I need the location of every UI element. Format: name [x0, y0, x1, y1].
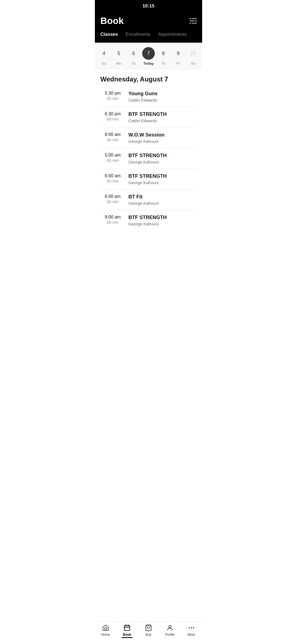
- status-bar: 10:15: [95, 0, 202, 11]
- day-name-tue: Tu: [132, 61, 136, 66]
- calendar-day-thu[interactable]: 8 Th: [156, 47, 170, 66]
- class-item-2[interactable]: 6:30 pm 60 min BTF STRENGTH Caitlin Edwa…: [100, 107, 197, 128]
- day-name-thu: Th: [161, 61, 165, 66]
- tab-appointments[interactable]: Appointments: [158, 32, 187, 38]
- filter-button[interactable]: [190, 18, 197, 24]
- calendar-day-fri[interactable]: 9 Fr: [171, 47, 185, 66]
- page-title: Book: [100, 15, 124, 26]
- day-name-mon: Mo: [116, 61, 121, 66]
- day-name-wed: Today: [143, 61, 153, 66]
- class-info-1: Young Guns Caitlin Edwards: [128, 91, 197, 102]
- class-info-3: W.O.W Session George Kafrouni: [128, 132, 197, 144]
- calendar-day-sun[interactable]: 4 Su: [97, 47, 111, 66]
- class-list: 5:30 pm 60 min Young Guns Caitlin Edward…: [95, 86, 202, 231]
- class-time-6: 6:00 am 60 min: [100, 194, 125, 204]
- header: Book: [95, 11, 202, 32]
- class-time-2: 6:30 pm 60 min: [100, 111, 125, 121]
- class-info-4: BTF STRENGTH George Kafrouni: [128, 153, 197, 164]
- class-time-4: 5:00 am 60 min: [100, 153, 125, 163]
- day-number-sun: 4: [98, 47, 110, 60]
- date-heading: Wednesday, August 7: [95, 70, 202, 86]
- class-item-5[interactable]: 6:00 am 60 min BTF STRENGTH George Kafro…: [100, 169, 197, 190]
- day-number-fri: 9: [172, 47, 185, 60]
- tab-bar: Classes Enrollments Appointments: [95, 32, 202, 43]
- class-time-3: 8:00 am 60 min: [100, 132, 125, 142]
- class-time-5: 6:00 am 60 min: [100, 173, 125, 183]
- class-info-2: BTF STRENGTH Caitlin Edwards: [128, 111, 197, 123]
- class-time-1: 5:30 pm 60 min: [100, 91, 125, 101]
- class-item-7[interactable]: 9:00 am 60 min BTF STRENGTH George Kafro…: [100, 210, 197, 231]
- day-name-sat: Sa: [191, 61, 195, 66]
- class-time-7: 9:00 am 60 min: [100, 215, 125, 225]
- day-number-tue: 6: [127, 47, 140, 60]
- tab-enrollments[interactable]: Enrollments: [126, 32, 150, 38]
- calendar-strip: 4 Su 5 Mo 6 Tu 7 Today 8 Th 9 Fr 10 Sa: [95, 43, 202, 70]
- status-time: 10:15: [142, 3, 154, 9]
- class-item-4[interactable]: 5:00 am 60 min BTF STRENGTH George Kafro…: [100, 148, 197, 169]
- calendar-day-mon[interactable]: 5 Mo: [112, 47, 126, 66]
- class-info-7: BTF STRENGTH George Kafrouni: [128, 215, 197, 226]
- calendar-day-tue[interactable]: 6 Tu: [127, 47, 141, 66]
- class-item-3[interactable]: 8:00 am 60 min W.O.W Session George Kafr…: [100, 128, 197, 148]
- day-number-sat: 10: [187, 47, 199, 60]
- class-info-5: BTF STRENGTH George Kafrouni: [128, 173, 197, 185]
- calendar-day-sat[interactable]: 10 Sa: [186, 47, 200, 66]
- day-name-fri: Fr: [177, 61, 180, 66]
- day-number-thu: 8: [157, 47, 170, 60]
- day-number-wed: 7: [142, 47, 155, 60]
- day-name-sun: Su: [102, 61, 106, 66]
- calendar-day-wed[interactable]: 7 Today: [142, 47, 155, 66]
- class-info-6: BT Fit George Kafrouni: [128, 194, 197, 206]
- day-number-mon: 5: [112, 47, 125, 60]
- class-item-6[interactable]: 6:00 am 60 min BT Fit George Kafrouni: [100, 190, 197, 210]
- tab-classes[interactable]: Classes: [100, 32, 118, 38]
- class-item-1[interactable]: 5:30 pm 60 min Young Guns Caitlin Edward…: [100, 86, 197, 107]
